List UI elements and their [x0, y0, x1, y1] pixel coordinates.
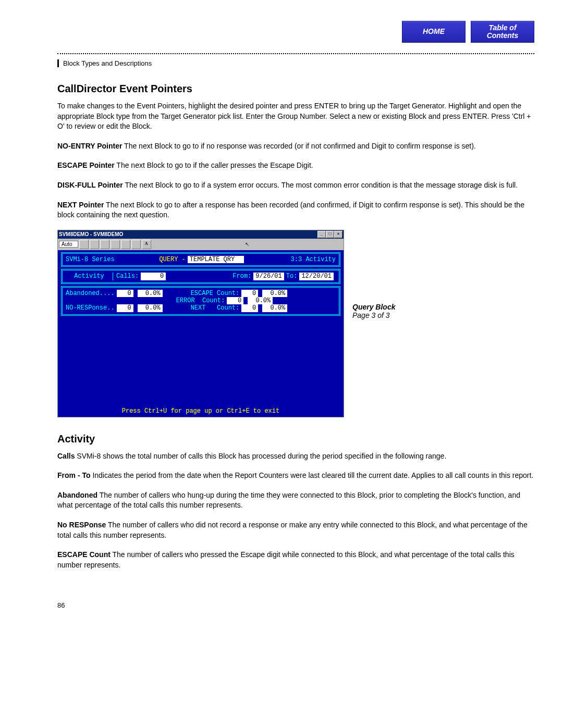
term-abandoned-label: Abandoned.... — [66, 290, 115, 297]
toc-label: Table of Contents — [487, 24, 519, 40]
toolbar-font-button[interactable]: A — [142, 240, 151, 249]
toolbar-button[interactable] — [111, 240, 120, 249]
diskfull-label: DISK-FULL Pointer — [57, 181, 123, 189]
term-error-p: 0.0% — [248, 297, 273, 304]
section-heading-pointers: CallDirector Event Pointers — [57, 83, 534, 95]
noresponse-label: No RESPonse — [57, 521, 106, 529]
toolbar-button[interactable] — [79, 240, 89, 249]
calls-label: Calls — [57, 452, 75, 460]
term-escape-label: ESCAPE Count: — [191, 290, 240, 297]
term-from-val: 9/26/01 — [253, 273, 284, 280]
terminal-screen: SVMi-8 Series QUERY - TEMPLATE QRY 3:3 A… — [58, 250, 344, 406]
toolbar-button[interactable] — [121, 240, 130, 249]
window-toolbar: Auto A ↖ — [58, 239, 344, 250]
home-button[interactable]: HOME — [402, 21, 466, 43]
activity-calls: Calls SVMi-8 shows the total number of c… — [57, 451, 534, 462]
top-nav: HOME Table of Contents — [57, 21, 534, 43]
escapecount-label: ESCAPE Count — [57, 550, 111, 559]
fromto-label: From - To — [57, 471, 91, 479]
activity-fromto: From - To Indicates the period from the … — [57, 471, 534, 481]
toolbar-button[interactable] — [131, 240, 141, 249]
cursor-icon: ↖ — [245, 241, 249, 247]
intro-paragraph: To make changes to the Event Pointers, h… — [57, 101, 534, 132]
term-next-n: 0 — [241, 304, 258, 312]
term-header-template: TEMPLATE QRY — [188, 256, 244, 263]
activity-noresponse: No RESPonse The number of callers who di… — [57, 520, 534, 540]
toolbar-button[interactable] — [100, 240, 109, 249]
term-header-query: QUERY - — [159, 256, 185, 263]
pointer-next: NEXT Pointer The next Block to go to aft… — [57, 200, 534, 220]
abandoned-label: Abandoned — [57, 491, 97, 499]
minimize-icon[interactable]: _ — [317, 231, 326, 238]
term-next-label: NEXT Count: — [191, 304, 240, 312]
term-escape-n: 0 — [241, 290, 258, 297]
term-calls-label: Calls: — [113, 273, 139, 280]
page-number: 86 — [57, 601, 534, 609]
term-escape-p: 0.0% — [262, 290, 287, 297]
caption-page: Page 3 of 3 — [352, 311, 395, 319]
terminal-footer: Press Ctrl+U for page up or Ctrl+E to ex… — [58, 406, 344, 417]
noentry-label: NO-ENTRY Pointer — [57, 142, 122, 150]
activity-abandoned: Abandoned The number of callers who hung… — [57, 490, 534, 511]
term-error-label: ERROR Count: — [176, 297, 225, 304]
term-activity-label: Activity — [66, 273, 113, 280]
divider — [57, 53, 534, 54]
auto-dropdown[interactable]: Auto — [59, 241, 78, 248]
window-title: SVM8DEMO - SVM8DEMO — [59, 231, 123, 237]
pointer-escape: ESCAPE Pointer The next Block to go to i… — [57, 161, 534, 171]
term-to-val: 12/20/01 — [299, 273, 334, 280]
term-next-p: 0.0% — [262, 304, 287, 312]
home-label: HOME — [423, 28, 445, 35]
maximize-icon[interactable]: □ — [326, 231, 334, 238]
term-to-label: To: — [286, 273, 298, 280]
escape-label: ESCAPE Pointer — [57, 161, 115, 169]
term-header-left: SVMi-8 Series — [66, 256, 115, 263]
pointer-noentry: NO-ENTRY Pointer The next Block to go to… — [57, 141, 534, 152]
term-noresp-label: NO-RESPonse.. — [66, 304, 115, 312]
activity-escapecount: ESCAPE Count The number of callers who p… — [57, 550, 534, 570]
next-label: NEXT Pointer — [57, 201, 104, 209]
term-calls-val: 0 — [141, 273, 166, 280]
breadcrumb: Block Types and Descriptions — [57, 59, 534, 67]
section-heading-activity: Activity — [57, 433, 534, 445]
term-abandoned-n: 0 — [117, 290, 133, 297]
close-icon[interactable]: × — [334, 231, 342, 238]
pointer-diskfull: DISK-FULL Pointer The next Block to go t… — [57, 180, 534, 191]
terminal-window: SVM8DEMO - SVM8DEMO _ □ × Auto A ↖ — [57, 230, 344, 417]
toc-button[interactable]: Table of Contents — [471, 21, 534, 43]
figure-caption: Query Block Page 3 of 3 — [352, 303, 395, 319]
term-header-right: 3:3 Activity — [291, 256, 336, 263]
window-titlebar: SVM8DEMO - SVM8DEMO _ □ × — [58, 230, 344, 239]
caption-title: Query Block — [352, 303, 395, 311]
term-noresp-p: 0.0% — [138, 304, 163, 312]
term-noresp-n: 0 — [117, 304, 133, 312]
toolbar-button[interactable] — [90, 240, 99, 249]
term-error-n: 0 — [227, 297, 243, 304]
term-abandoned-p: 0.0% — [138, 290, 163, 297]
term-from-label: From: — [232, 273, 251, 280]
